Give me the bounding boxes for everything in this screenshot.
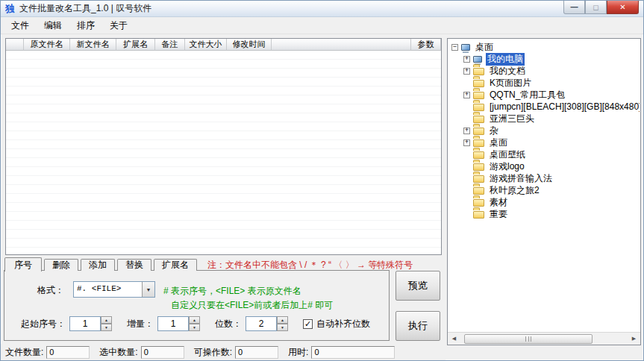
- tree-item-12[interactable]: 游戏拼音输入法: [450, 172, 640, 184]
- tree-item-label[interactable]: 秋叶原之旅2: [488, 184, 541, 197]
- tree-item-label[interactable]: 我的电脑: [486, 53, 525, 66]
- tab-扩展名[interactable]: 扩展名: [154, 259, 197, 271]
- column-header-参数[interactable]: 参数: [411, 39, 441, 51]
- tree-item-6[interactable]: [jumpcn][BLEACH][308][GB][848x480]: [450, 101, 640, 113]
- tree-item-label[interactable]: 桌面: [474, 41, 495, 54]
- tree-item-label[interactable]: 桌面壁纸: [488, 148, 527, 161]
- execute-button[interactable]: 执行: [396, 311, 440, 341]
- tree-item-9[interactable]: +桌面: [450, 136, 640, 148]
- tree-item-label[interactable]: 杂: [488, 125, 500, 137]
- collapse-minus-icon[interactable]: −: [451, 44, 458, 51]
- spin-up-icon[interactable]: ▲: [189, 316, 200, 324]
- tree-item-label[interactable]: 我的文档: [488, 65, 527, 78]
- spinner-input[interactable]: [69, 316, 101, 331]
- expand-plus-icon[interactable]: +: [463, 139, 470, 146]
- folder-glyph: [473, 104, 484, 111]
- tree-item-label[interactable]: 亚洲三巨头: [488, 113, 536, 125]
- tab-删除[interactable]: 删除: [44, 259, 78, 271]
- tree-item-label[interactable]: 游戏拼音输入法: [488, 172, 554, 185]
- column-header-扩展名[interactable]: 扩展名: [116, 39, 155, 51]
- app-icon: 独: [5, 4, 15, 13]
- tree-item-4[interactable]: K页面图片: [450, 77, 640, 89]
- preview-button[interactable]: 预览: [396, 271, 440, 301]
- column-header-新文件名[interactable]: 新文件名: [70, 39, 116, 51]
- menu-item-4[interactable]: 关于: [102, 17, 135, 34]
- tree-item-2[interactable]: +我的电脑: [450, 53, 640, 65]
- spin-down-icon[interactable]: ▼: [101, 324, 112, 331]
- folder-icon: [473, 138, 484, 147]
- tab-替换[interactable]: 替换: [117, 259, 151, 271]
- column-header-文件大小[interactable]: 文件大小: [185, 39, 227, 51]
- file-list-body[interactable]: [6, 51, 441, 254]
- tab-添加[interactable]: 添加: [81, 259, 115, 271]
- scrollbar-thumb[interactable]: [464, 334, 593, 344]
- spinner-input[interactable]: [246, 316, 277, 331]
- window-controls: — ◻ ✕: [563, 1, 639, 14]
- tree-horizontal-scrollbar[interactable]: ◀ ▶: [448, 332, 640, 345]
- tree-item-3[interactable]: +我的文档: [450, 65, 640, 77]
- tree-item-5[interactable]: +QQTN_常用工具包: [450, 89, 640, 101]
- tree-item-1[interactable]: −桌面: [450, 41, 640, 53]
- column-header-备注[interactable]: 备注: [155, 39, 185, 51]
- format-combobox[interactable]: #. <FILE> ▼: [73, 281, 155, 298]
- folder-glyph: [473, 175, 484, 183]
- status-value: 0: [235, 346, 278, 359]
- spinner-input[interactable]: [157, 316, 189, 331]
- title-bar[interactable]: 独 文件批量改名工具_1.0 | 叹号软件: [1, 1, 643, 17]
- tree-item-8[interactable]: +杂: [450, 125, 640, 136]
- folder-glyph: [473, 92, 484, 99]
- tree-item-label[interactable]: QQTN_常用工具包: [488, 89, 566, 101]
- folder-tree-rows: −桌面+我的电脑+我的文档K页面图片+QQTN_常用工具包[jumpcn][BL…: [450, 41, 640, 331]
- column-header-blank-0[interactable]: [6, 39, 24, 51]
- tab-序号[interactable]: 序号: [4, 257, 42, 271]
- scroll-right-icon[interactable]: ▶: [628, 333, 640, 345]
- spinner-label: 位数：: [215, 318, 242, 330]
- column-header-blank-7[interactable]: [272, 39, 411, 51]
- tree-item-label[interactable]: [jumpcn][BLEACH][308][GB][848x480]: [488, 101, 640, 112]
- folder-glyph: [473, 211, 484, 219]
- chevron-down-icon[interactable]: ▼: [142, 282, 154, 297]
- tree-item-label[interactable]: 素材: [488, 196, 509, 209]
- file-list: 原文件名新文件名扩展名备注文件大小修改时间参数: [5, 38, 442, 255]
- spin-up-icon[interactable]: ▲: [101, 316, 112, 324]
- sequence-tab-panel: 格式： #. <FILE> ▼ # 表示序号，<FILE> 表示原文件名 自定义…: [4, 270, 390, 341]
- status-value: 0: [141, 346, 184, 359]
- folder-icon: [473, 102, 484, 111]
- menu-item-1[interactable]: 文件: [4, 17, 37, 34]
- format-value[interactable]: #. <FILE>: [74, 282, 142, 297]
- expand-plus-icon[interactable]: +: [463, 68, 470, 75]
- expand-plus-icon[interactable]: +: [463, 56, 470, 63]
- menu-item-2[interactable]: 编辑: [37, 17, 69, 34]
- spin-up-icon[interactable]: ▲: [277, 316, 288, 324]
- computer-glyph: [473, 56, 482, 63]
- tree-item-7[interactable]: 亚洲三巨头: [450, 113, 640, 125]
- column-header-修改时间[interactable]: 修改时间: [227, 39, 272, 51]
- tree-item-label[interactable]: 桌面: [488, 136, 509, 149]
- spin-down-icon[interactable]: ▼: [277, 324, 288, 331]
- expand-plus-icon[interactable]: +: [463, 92, 470, 98]
- tree-item-label[interactable]: 游戏logo: [488, 160, 526, 173]
- spin-down-icon[interactable]: ▼: [189, 324, 200, 331]
- menu-item-3[interactable]: 排序: [69, 17, 102, 34]
- folder-icon: [473, 198, 484, 207]
- column-header-原文件名[interactable]: 原文件名: [24, 39, 70, 51]
- checkbox-checked-icon[interactable]: ✓: [303, 319, 313, 329]
- tree-item-11[interactable]: 游戏logo: [450, 160, 640, 172]
- status-label: 用时:: [288, 346, 308, 359]
- tree-item-15[interactable]: 重要: [450, 208, 640, 220]
- file-list-header: 原文件名新文件名扩展名备注文件大小修改时间参数: [6, 39, 441, 51]
- folder-glyph: [473, 80, 484, 87]
- status-value: 0: [311, 346, 395, 359]
- tree-item-label[interactable]: K页面图片: [488, 77, 533, 90]
- scroll-left-icon[interactable]: ◀: [448, 333, 460, 345]
- tree-item-13[interactable]: 秋叶原之旅2: [450, 184, 640, 196]
- tree-item-10[interactable]: 桌面壁纸: [450, 148, 640, 160]
- maximize-button[interactable]: ◻: [585, 1, 607, 14]
- close-button[interactable]: ✕: [607, 1, 639, 14]
- status-label: 文件数量:: [5, 346, 43, 359]
- computer-icon: [461, 44, 470, 51]
- tree-item-label[interactable]: 重要: [488, 208, 509, 221]
- minimize-button[interactable]: —: [563, 1, 585, 14]
- expand-plus-icon[interactable]: +: [463, 128, 470, 134]
- tree-item-14[interactable]: 素材: [450, 196, 640, 208]
